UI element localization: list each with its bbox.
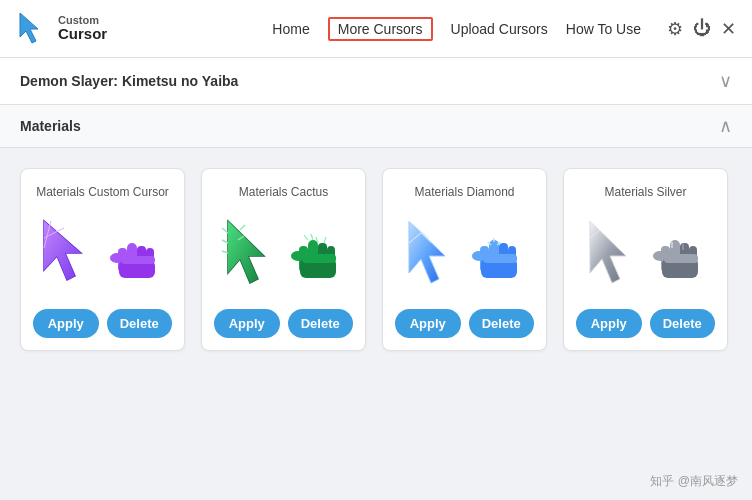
card-materials-custom: Materials Custom Cursor <box>20 168 185 351</box>
nav-icons: ⚙ ⏻ ✕ <box>667 18 736 40</box>
demon-slayer-title: Demon Slayer: Kimetsu no Yaiba <box>20 73 238 89</box>
demon-slayer-toggle[interactable]: ∨ <box>719 70 732 92</box>
svg-point-11 <box>110 253 124 263</box>
card-title-1: Materials Cactus <box>239 185 328 199</box>
delete-button-0[interactable]: Delete <box>107 309 173 338</box>
settings-button[interactable]: ⚙ <box>667 18 683 40</box>
svg-point-40 <box>472 251 486 261</box>
card-buttons-0: Apply Delete <box>33 309 172 338</box>
logo-text: Custom Cursor <box>58 14 107 43</box>
card-images-0 <box>39 213 167 293</box>
materials-section-header: Materials ∧ <box>0 105 752 148</box>
cards-grid: Materials Custom Cursor <box>16 148 736 371</box>
watermark: 知乎 @南风逐梦 <box>650 473 738 490</box>
nav-upload-cursors[interactable]: Upload Cursors <box>451 21 548 37</box>
svg-rect-52 <box>664 254 698 263</box>
nav-home[interactable]: Home <box>272 21 309 37</box>
settings-icon: ⚙ <box>667 18 683 40</box>
card-buttons-1: Apply Delete <box>214 309 353 338</box>
card-title-0: Materials Custom Cursor <box>36 185 169 199</box>
app-header: Custom Cursor Home More Cursors Upload C… <box>0 0 752 58</box>
close-icon: ✕ <box>721 18 736 40</box>
cursor-icon-silver-arrow <box>582 218 642 288</box>
svg-point-25 <box>291 251 305 261</box>
svg-point-53 <box>653 251 667 261</box>
svg-line-14 <box>222 228 228 233</box>
svg-line-16 <box>222 251 228 253</box>
delete-button-2[interactable]: Delete <box>469 309 535 338</box>
svg-rect-39 <box>483 254 517 263</box>
cursor-icon-silver-hand <box>650 218 710 288</box>
delete-button-1[interactable]: Delete <box>288 309 354 338</box>
card-buttons-2: Apply Delete <box>395 309 534 338</box>
logo: Custom Cursor <box>16 11 107 47</box>
card-images-3 <box>582 213 710 293</box>
svg-line-17 <box>240 225 245 230</box>
delete-button-3[interactable]: Delete <box>650 309 716 338</box>
power-icon: ⏻ <box>693 18 711 39</box>
card-title-3: Materials Silver <box>604 185 686 199</box>
materials-toggle[interactable]: ∧ <box>719 115 732 137</box>
card-materials-diamond: Materials Diamond <box>382 168 547 351</box>
nav-more-cursors[interactable]: More Cursors <box>328 17 433 41</box>
logo-cursor: Cursor <box>58 26 107 43</box>
main-content: Demon Slayer: Kimetsu no Yaiba ∨ Materia… <box>0 58 752 371</box>
apply-button-0[interactable]: Apply <box>33 309 99 338</box>
svg-line-26 <box>304 235 308 240</box>
logo-icon <box>16 11 52 47</box>
cursor-icon-purple-hand <box>107 218 167 288</box>
nav-area: Home More Cursors Upload Cursors How To … <box>272 17 736 41</box>
card-materials-silver: Materials Silver <box>563 168 728 351</box>
cursor-icon-purple-arrow <box>39 218 99 288</box>
svg-rect-24 <box>302 254 336 263</box>
cursor-icon-cactus-arrow <box>220 218 280 288</box>
svg-marker-44 <box>590 221 626 283</box>
svg-line-15 <box>222 240 228 243</box>
power-button[interactable]: ⏻ <box>693 18 711 39</box>
card-title-2: Materials Diamond <box>414 185 514 199</box>
apply-button-1[interactable]: Apply <box>214 309 280 338</box>
materials-title: Materials <box>20 118 81 134</box>
svg-marker-0 <box>20 13 38 43</box>
close-button[interactable]: ✕ <box>721 18 736 40</box>
apply-button-2[interactable]: Apply <box>395 309 461 338</box>
card-images-1 <box>220 213 348 293</box>
svg-marker-30 <box>409 221 445 283</box>
card-materials-cactus: Materials Cactus <box>201 168 366 351</box>
apply-button-3[interactable]: Apply <box>576 309 642 338</box>
svg-line-27 <box>311 234 313 240</box>
card-buttons-3: Apply Delete <box>576 309 715 338</box>
card-images-2 <box>401 213 529 293</box>
svg-rect-10 <box>121 256 155 264</box>
cursor-icon-cactus-hand <box>288 218 348 288</box>
demon-slayer-section-header: Demon Slayer: Kimetsu no Yaiba ∨ <box>0 58 752 105</box>
cursor-icon-diamond-arrow <box>401 218 461 288</box>
nav-how-to-use[interactable]: How To Use <box>566 21 641 37</box>
cursor-icon-diamond-hand <box>469 218 529 288</box>
svg-line-29 <box>324 237 326 243</box>
